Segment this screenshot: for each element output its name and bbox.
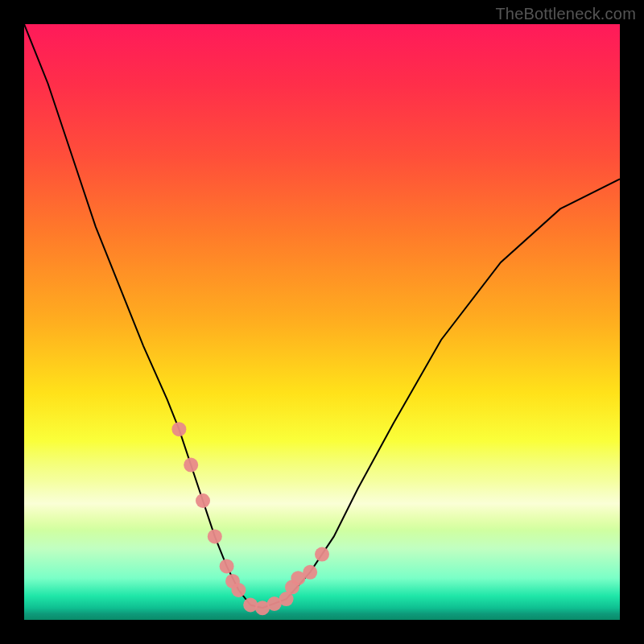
curve-marker — [171, 422, 186, 436]
curve-marker — [208, 529, 222, 543]
bottleneck-curve — [24, 24, 620, 608]
plot-area — [24, 24, 620, 620]
curve-marker — [231, 583, 246, 597]
curve-marker — [220, 559, 234, 573]
chart-container: TheBottleneck.com — [0, 0, 644, 644]
curve-marker — [196, 493, 210, 508]
curve-marker — [184, 458, 198, 473]
marker-group — [171, 422, 329, 615]
curve-svg — [24, 24, 620, 620]
curve-marker — [303, 565, 317, 580]
watermark-text: TheBottleneck.com — [495, 5, 636, 23]
curve-marker — [315, 547, 329, 562]
